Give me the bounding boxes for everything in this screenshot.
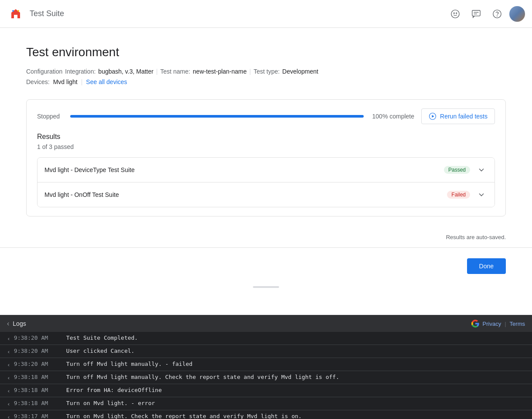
app-title: Test Suite bbox=[30, 9, 64, 18]
done-row: Done bbox=[26, 258, 506, 274]
logs-collapse-chevron[interactable]: ‹ bbox=[7, 320, 9, 328]
progress-bar-fill bbox=[70, 115, 364, 118]
done-button[interactable]: Done bbox=[467, 258, 506, 274]
log-entry: ‹ 9:38:20 AM Test Suite Completed. bbox=[0, 332, 532, 345]
log-message: User clicked Cancel. bbox=[66, 348, 135, 354]
test-status-badge: Passed bbox=[444, 166, 470, 174]
devices-row: Devices: Mvd light | See all devices bbox=[26, 78, 506, 85]
log-timestamp: 9:38:17 AM bbox=[14, 413, 66, 419]
config-row: Configuration Integration: bugbash, v.3,… bbox=[26, 68, 506, 75]
log-entry: ‹ 9:38:17 AM Turn on Mvd light. Check th… bbox=[0, 410, 532, 419]
log-timestamp: 9:38:20 AM bbox=[14, 335, 66, 341]
google-logo-icon bbox=[471, 320, 479, 328]
main-content: Test environment Configuration Integrati… bbox=[0, 28, 532, 315]
rerun-label: Rerun failed tests bbox=[440, 113, 488, 120]
integration-label: Integration: bbox=[65, 68, 95, 75]
svg-marker-12 bbox=[432, 115, 434, 118]
test-status-badge: Failed bbox=[447, 191, 470, 199]
test-item: Mvd light - DeviceType Test Suite Passed bbox=[38, 158, 494, 182]
log-timestamp: 9:38:20 AM bbox=[14, 361, 66, 367]
app-logo bbox=[7, 5, 24, 23]
log-expand-chevron[interactable]: ‹ bbox=[7, 388, 10, 394]
log-timestamp: 9:38:20 AM bbox=[14, 348, 66, 354]
log-entry: ‹ 9:38:18 AM Turn on Mvd light. - error bbox=[0, 397, 532, 410]
test-item-name: Mvd light - DeviceType Test Suite bbox=[44, 166, 135, 173]
log-entry: ‹ 9:38:18 AM Error from HA: deviceOfflin… bbox=[0, 384, 532, 397]
svg-point-5 bbox=[456, 13, 457, 14]
devices-label: Devices: bbox=[26, 78, 50, 85]
log-message: Turn on Mvd light. Check the report stat… bbox=[66, 413, 302, 419]
test-item: Mvd light - OnOff Test Suite Failed bbox=[38, 182, 494, 207]
logs-section: ‹ Logs Privacy | Terms ‹ 9:38:20 AM Test… bbox=[0, 315, 532, 419]
log-expand-chevron[interactable]: ‹ bbox=[7, 348, 10, 355]
log-expand-chevron[interactable]: ‹ bbox=[7, 375, 10, 381]
log-timestamp: 9:38:18 AM bbox=[14, 400, 66, 406]
log-timestamp: 9:38:18 AM bbox=[14, 374, 66, 380]
page-title: Test environment bbox=[26, 45, 506, 59]
integration-value: bugbash, v.3, Matter bbox=[98, 68, 153, 75]
test-item-right: Passed bbox=[444, 164, 488, 176]
results-title: Results bbox=[37, 133, 495, 141]
log-expand-chevron[interactable]: ‹ bbox=[7, 362, 10, 368]
progress-bar-container bbox=[70, 115, 364, 118]
message-button[interactable] bbox=[467, 5, 485, 23]
log-message: Test Suite Completed. bbox=[66, 335, 138, 341]
user-avatar bbox=[509, 6, 525, 22]
divider bbox=[0, 247, 532, 248]
log-timestamp: 9:38:18 AM bbox=[14, 387, 66, 393]
help-button[interactable] bbox=[488, 5, 506, 23]
svg-point-4 bbox=[454, 13, 454, 14]
log-entry: ‹ 9:38:20 AM User clicked Cancel. bbox=[0, 345, 532, 358]
logs-title: Logs bbox=[13, 320, 26, 327]
svg-point-2 bbox=[17, 10, 19, 12]
svg-rect-6 bbox=[472, 10, 480, 16]
config-label: Configuration bbox=[26, 68, 62, 75]
devices-sep: | bbox=[81, 78, 83, 85]
test-type-label: Test type: bbox=[253, 68, 280, 75]
test-name-value: new-test-plan-name bbox=[193, 68, 247, 75]
logs-link-sep: | bbox=[505, 321, 506, 327]
svg-point-1 bbox=[12, 10, 14, 12]
progress-row: Stopped 100% complete Rerun failed tests bbox=[37, 108, 495, 124]
help-icon bbox=[492, 9, 502, 19]
test-name-label: Test name: bbox=[160, 68, 190, 75]
chevron-down-icon bbox=[477, 190, 486, 199]
test-list: Mvd light - DeviceType Test Suite Passed… bbox=[37, 157, 495, 207]
log-message: Turn on Mvd light. - error bbox=[66, 400, 155, 406]
log-expand-chevron[interactable]: ‹ bbox=[7, 414, 10, 419]
sep2: | bbox=[249, 68, 251, 75]
log-expand-chevron[interactable]: ‹ bbox=[7, 401, 10, 407]
progress-card: Stopped 100% complete Rerun failed tests… bbox=[26, 99, 506, 216]
logs-entries: ‹ 9:38:20 AM Test Suite Completed. ‹ 9:3… bbox=[0, 332, 532, 419]
test-expand-button[interactable] bbox=[475, 189, 488, 201]
privacy-link[interactable]: Privacy bbox=[483, 321, 501, 327]
chevron-down-icon bbox=[477, 166, 486, 174]
scroll-handle-row bbox=[26, 284, 506, 290]
emoji-icon bbox=[450, 9, 460, 19]
header-left: Test Suite bbox=[7, 5, 64, 23]
test-expand-button[interactable] bbox=[475, 164, 488, 176]
test-item-right: Failed bbox=[447, 189, 488, 201]
results-section: Results 1 of 3 passed Mvd light - Device… bbox=[37, 133, 495, 207]
play-icon bbox=[429, 112, 437, 120]
log-expand-chevron[interactable]: ‹ bbox=[7, 335, 10, 342]
log-entry: ‹ 9:38:18 AM Turn off Mvd light manually… bbox=[0, 371, 532, 384]
see-all-devices-link[interactable]: See all devices bbox=[86, 78, 127, 85]
devices-value: Mvd light bbox=[53, 78, 78, 85]
test-item-name: Mvd light - OnOff Test Suite bbox=[44, 191, 119, 198]
logs-footer-links: Privacy | Terms bbox=[471, 320, 525, 328]
message-icon bbox=[471, 9, 481, 19]
terms-link[interactable]: Terms bbox=[510, 321, 525, 327]
log-message: Turn off Mvd light manually. Check the r… bbox=[66, 374, 339, 380]
emoji-button[interactable] bbox=[447, 5, 464, 23]
log-entry: ‹ 9:38:20 AM Turn off Mvd light manually… bbox=[0, 358, 532, 371]
svg-point-9 bbox=[493, 10, 501, 17]
header-right bbox=[447, 5, 525, 23]
logs-left: ‹ Logs bbox=[7, 320, 26, 328]
avatar-button[interactable] bbox=[509, 6, 525, 22]
sep1: | bbox=[156, 68, 158, 75]
rerun-failed-tests-button[interactable]: Rerun failed tests bbox=[421, 108, 495, 124]
scroll-handle bbox=[253, 286, 279, 288]
complete-label: 100% complete bbox=[371, 113, 414, 120]
app-header: Test Suite bbox=[0, 0, 532, 28]
